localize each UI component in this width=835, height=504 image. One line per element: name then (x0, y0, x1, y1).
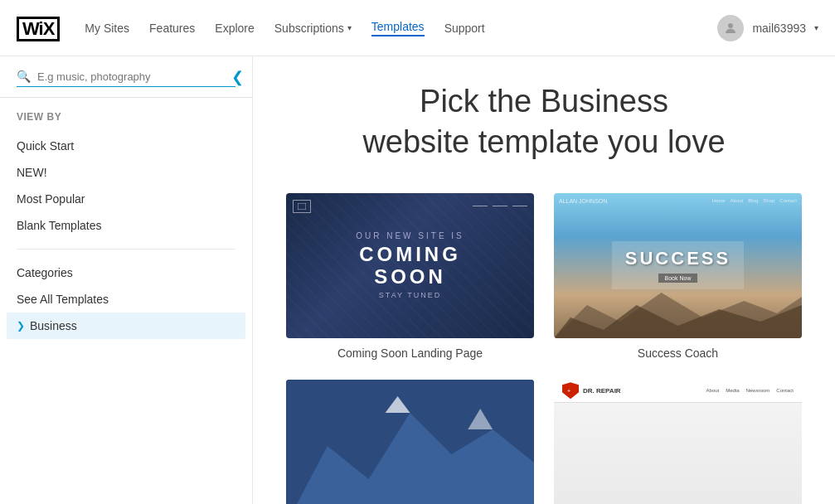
coming-soon-main: COMINGSOON (356, 244, 464, 288)
sidebar-item-see-all[interactable]: See All Templates (17, 286, 235, 313)
search-container: 🔍 (0, 56, 252, 98)
main-layout: ❮ 🔍 View by Quick Start NEW! Most Popula… (0, 56, 835, 504)
username-label[interactable]: mail63993 (752, 22, 806, 35)
drrepair-header: + DR. REPAIR About Media Newsroom Contac… (554, 380, 802, 403)
username-chevron-icon[interactable]: ▾ (814, 23, 818, 32)
coming-soon-stay: STAY TUNED (356, 291, 464, 299)
sidebar-item-business[interactable]: ❯ Business (7, 313, 245, 339)
svg-point-0 (728, 23, 733, 28)
template-thumbnail-drrepair: + DR. REPAIR About Media Newsroom Contac… (554, 380, 802, 504)
drrepair-nav: About Media Newsroom Contact (706, 388, 794, 393)
template-card-coming-soon[interactable]: OUR NEW SITE IS COMINGSOON STAY TUNED Co… (286, 193, 534, 360)
coming-soon-text: OUR NEW SITE IS COMINGSOON STAY TUNED (356, 231, 464, 299)
template-name-success-coach: Success Coach (554, 346, 802, 360)
drrepair-name-label: DR. REPAIR (583, 387, 621, 395)
success-cta-btn: Book Now (658, 274, 698, 283)
subscriptions-chevron-icon: ▾ (347, 23, 352, 32)
mini-header (293, 200, 527, 213)
header-right: mail63993 ▾ (717, 15, 818, 41)
sidebar-item-quick-start[interactable]: Quick Start (17, 133, 235, 159)
sidebar-collapse-button[interactable]: ❮ (231, 68, 244, 86)
nav-explore[interactable]: Explore (215, 22, 254, 35)
template-card-james[interactable]: JAMES CONSULTING About Services Projects… (286, 380, 534, 504)
nav-templates[interactable]: Templates (371, 20, 425, 36)
success-title: SUCCESS (625, 248, 731, 269)
sidebar-item-categories[interactable]: Categories (17, 259, 235, 286)
mini-logo-box (293, 200, 311, 213)
success-box: SUCCESS Book Now (612, 241, 744, 289)
sidebar-item-most-popular[interactable]: Most Popular (17, 186, 235, 212)
search-icon: 🔍 (17, 70, 31, 83)
nav-subscriptions[interactable]: Subscriptions ▾ (274, 22, 352, 35)
nav-my-sites[interactable]: My Sites (85, 22, 129, 35)
template-card-success-coach[interactable]: ALLAN JOHNSON Home About Blog Shop Conta… (554, 193, 802, 360)
svg-rect-1 (298, 203, 306, 210)
template-card-drrepair[interactable]: + DR. REPAIR About Media Newsroom Contac… (554, 380, 802, 504)
sidebar-nav: View by Quick Start NEW! Most Popular Bl… (0, 98, 252, 352)
template-thumbnail-james: JAMES CONSULTING About Services Projects… (286, 380, 534, 504)
drrepair-shield-icon: + (562, 382, 579, 399)
mini-nav (473, 206, 527, 206)
drrepair-logo-area: + DR. REPAIR (562, 382, 621, 399)
templates-grid: OUR NEW SITE IS COMINGSOON STAY TUNED Co… (286, 193, 802, 504)
view-by-label: View by (17, 111, 235, 123)
search-input[interactable] (37, 70, 235, 83)
business-chevron-icon: ❯ (17, 320, 25, 332)
nav-features[interactable]: Features (149, 22, 195, 35)
sidebar-item-new[interactable]: NEW! (17, 159, 235, 186)
wix-logo[interactable]: WiX (17, 14, 60, 41)
svg-text:+: + (567, 388, 570, 394)
avatar[interactable] (717, 15, 744, 41)
template-name-coming-soon: Coming Soon Landing Page (286, 346, 534, 360)
sidebar: ❮ 🔍 View by Quick Start NEW! Most Popula… (0, 56, 253, 504)
main-content: Pick the Business website template you l… (253, 56, 835, 504)
sidebar-item-blank-templates[interactable]: Blank Templates (17, 212, 235, 239)
sidebar-divider (17, 249, 235, 250)
header: WiX My Sites Features Explore Subscripti… (0, 0, 835, 56)
page-title: Pick the Business website template you l… (286, 81, 802, 163)
coming-soon-sub: OUR NEW SITE IS (356, 231, 464, 240)
nav-support[interactable]: Support (444, 22, 485, 35)
main-nav: My Sites Features Explore Subscriptions … (85, 20, 717, 36)
template-thumbnail-coming-soon: OUR NEW SITE IS COMINGSOON STAY TUNED (286, 193, 534, 338)
search-wrapper: 🔍 (17, 70, 235, 87)
template-thumbnail-success: ALLAN JOHNSON Home About Blog Shop Conta… (554, 193, 802, 338)
